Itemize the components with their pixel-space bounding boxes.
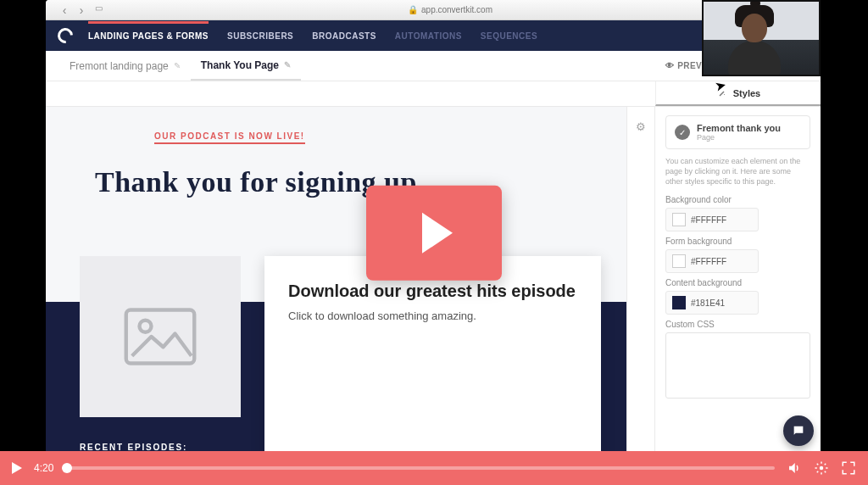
form-bg-input[interactable]: #FFFFFF	[665, 249, 759, 273]
editor-tabbar: Styles	[46, 81, 821, 107]
svg-point-4	[820, 466, 824, 471]
template-card[interactable]: ✓ Fremont thank you Page	[665, 115, 810, 149]
back-button[interactable]: ‹	[58, 3, 71, 17]
seek-knob[interactable]	[62, 463, 72, 473]
page-heading[interactable]: Thank you for signing up	[95, 166, 576, 198]
svg-rect-2	[126, 310, 195, 364]
volume-icon	[787, 460, 802, 476]
settings-button[interactable]	[814, 460, 829, 476]
card-body: Click to download something amazing.	[288, 309, 577, 322]
crumb-current-label: Thank You Page	[201, 59, 279, 71]
volume-button[interactable]	[787, 460, 802, 476]
presenter-webcam	[702, 0, 821, 76]
video-stage: ‹ › ▭ 🔒app.convertkit.com ⇪ LANDING PAGE…	[0, 0, 868, 485]
recent-episodes[interactable]: RECENT EPISODES: List your most recent e…	[80, 443, 216, 451]
nav-landing-pages[interactable]: LANDING PAGES & FORMS	[88, 31, 209, 41]
recent-heading: RECENT EPISODES:	[80, 443, 216, 451]
eye-icon: 👁	[665, 61, 674, 70]
edit-icon[interactable]: ✎	[174, 61, 181, 70]
presenter	[742, 14, 781, 76]
tagline[interactable]: OUR PODCAST IS NOW LIVE!	[154, 131, 305, 144]
color-swatch	[672, 296, 686, 309]
download-card[interactable]: Download our greatest hits episode Click…	[264, 256, 601, 451]
styles-panel: ✓ Fremont thank you Page You can customi…	[655, 107, 821, 451]
color-swatch	[672, 213, 686, 226]
check-icon: ✓	[675, 125, 690, 140]
content-bg-label: Content background	[665, 278, 810, 287]
nav-automations[interactable]: AUTOMATIONS	[395, 31, 462, 41]
fullscreen-icon	[841, 460, 856, 476]
template-name: Fremont thank you	[697, 123, 781, 133]
nav-broadcasts[interactable]: BROADCASTS	[312, 31, 376, 41]
page-content: OUR PODCAST IS NOW LIVE! Thank you for s…	[46, 107, 626, 198]
styles-help: You can customize each element on the pa…	[665, 156, 810, 187]
convertkit-logo-icon[interactable]	[54, 25, 75, 46]
seek-track	[62, 466, 775, 470]
form-bg-label: Form background	[665, 237, 810, 246]
forward-button[interactable]: ›	[75, 3, 88, 17]
seek-bar[interactable]	[62, 464, 775, 472]
svg-point-1	[724, 94, 725, 95]
nav-subscribers[interactable]: SUBSCRIBERS	[227, 31, 293, 41]
custom-css-textarea[interactable]	[665, 332, 810, 399]
nav-sequences[interactable]: SEQUENCES	[481, 31, 537, 41]
video-time: 4:20	[34, 462, 53, 474]
image-icon	[122, 307, 198, 366]
fullscreen-button[interactable]	[841, 460, 856, 476]
page-canvas[interactable]: OUR PODCAST IS NOW LIVE! Thank you for s…	[46, 107, 626, 451]
play-button[interactable]	[12, 462, 22, 474]
card-title: Download our greatest hits episode	[288, 282, 577, 301]
content-columns: Download our greatest hits episode Click…	[80, 256, 601, 451]
content-bg-input[interactable]: #181E41	[665, 291, 759, 315]
sidebar-toggle[interactable]: ▭	[92, 3, 105, 17]
crumb-parent[interactable]: Fremont landing page ✎	[59, 51, 191, 81]
nav-buttons: ‹ › ▭	[58, 3, 105, 17]
gear-icon	[814, 460, 829, 476]
template-type: Page	[697, 133, 781, 142]
address-bar[interactable]: 🔒app.convertkit.com	[105, 5, 795, 14]
settings-rail: ⚙	[626, 107, 655, 451]
video-play-button[interactable]	[366, 186, 502, 281]
help-fab[interactable]	[783, 415, 814, 446]
tab-styles[interactable]: Styles	[655, 81, 821, 106]
video-controls: 4:20	[0, 451, 868, 485]
crumb-current[interactable]: Thank You Page ✎	[191, 51, 301, 81]
custom-css-label: Custom CSS	[665, 320, 810, 329]
edit-icon[interactable]: ✎	[284, 60, 291, 70]
bg-color-label: Background color	[665, 195, 810, 204]
crumb-parent-label: Fremont landing page	[70, 60, 169, 72]
color-swatch	[672, 254, 686, 268]
image-placeholder[interactable]	[80, 256, 241, 417]
chat-icon	[792, 424, 805, 438]
gear-icon[interactable]: ⚙	[627, 120, 654, 133]
svg-point-3	[140, 321, 152, 332]
bg-color-input[interactable]: #FFFFFF	[665, 208, 759, 231]
